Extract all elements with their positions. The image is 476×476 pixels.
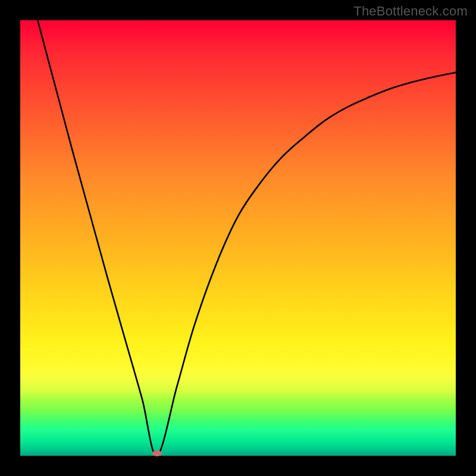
attribution-label: TheBottleneck.com (353, 4, 468, 19)
bottleneck-curve (20, 20, 456, 456)
minimum-marker (152, 450, 162, 456)
chart-plot-area (20, 20, 456, 456)
